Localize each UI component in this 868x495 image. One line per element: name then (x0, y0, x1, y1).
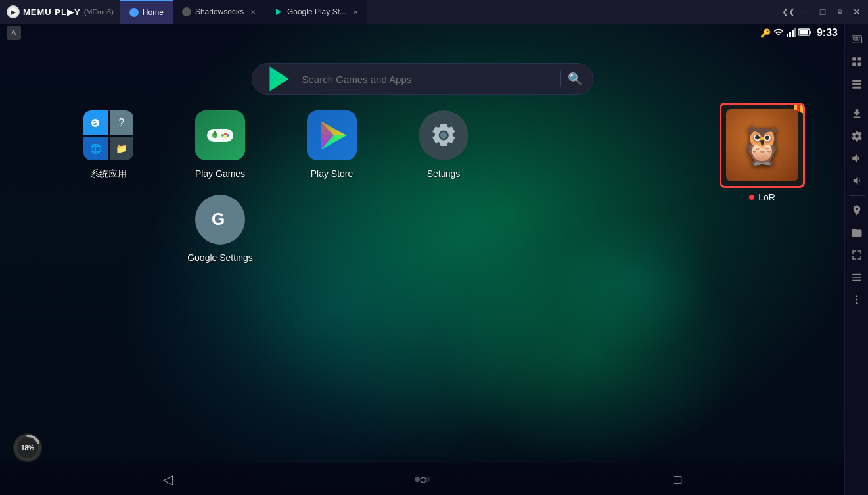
tab-shadowsocks-label: Shadowsocks (195, 7, 244, 16)
logo-badge: (MEmu6) (84, 8, 114, 16)
progress-circle: 18% (13, 433, 42, 462)
logo-area: ▶ MEMU PL▶Y (MEmu6) (0, 5, 120, 18)
sidebar-import-btn[interactable] (846, 103, 867, 124)
svg-rect-43 (857, 63, 861, 66)
sys-apps-icon-wrapper: G ? 🌐 📁 (82, 109, 135, 162)
search-magnifier-icon[interactable]: 🔍 (568, 72, 582, 86)
sys-q4: 📁 (110, 137, 134, 161)
svg-rect-6 (799, 30, 808, 34)
app-item-play-store[interactable]: Play Store (289, 109, 375, 180)
svg-rect-40 (852, 57, 856, 60)
maximize-btn[interactable]: □ (817, 6, 829, 18)
google-settings-label: Google Settings (187, 252, 253, 263)
sidebar-grid2-btn[interactable] (846, 74, 867, 95)
svg-rect-2 (789, 32, 791, 37)
sys-apps-icon: G ? 🌐 📁 (83, 110, 133, 160)
sidebar-sep-2 (849, 195, 865, 196)
svg-rect-44 (852, 80, 861, 82)
svg-rect-4 (794, 28, 796, 37)
logo-text: MEMU PL▶Y (23, 7, 81, 17)
svg-point-16 (227, 134, 229, 137)
svg-rect-31 (856, 37, 857, 39)
svg-point-51 (856, 299, 857, 301)
svg-rect-29 (853, 37, 854, 39)
svg-marker-8 (269, 66, 288, 91)
search-divider (560, 71, 561, 87)
lor-app-icon (726, 109, 798, 181)
svg-rect-42 (852, 63, 856, 66)
nav-recents-btn[interactable]: □ (674, 472, 681, 487)
status-icons: 🔑 9:33 (760, 27, 838, 39)
search-play-icon (263, 62, 296, 95)
app-item-google-settings[interactable]: G Google Settings (177, 193, 263, 263)
memu-logo-icon: ▶ (7, 5, 20, 18)
app-item-settings[interactable]: Settings (401, 109, 486, 180)
google-settings-icon: G (195, 195, 245, 245)
search-input[interactable] (302, 74, 554, 85)
key-icon: 🔑 (760, 28, 771, 38)
sidebar-resize-btn[interactable] (846, 245, 867, 266)
close-btn[interactable]: ✕ (851, 6, 863, 18)
tab-shadowsocks-icon (182, 7, 191, 16)
svg-rect-45 (852, 83, 861, 85)
svg-rect-3 (792, 30, 794, 37)
titlebar: ▶ MEMU PL▶Y (MEmu6) Home Shadowsocks ✕ G… (0, 0, 868, 24)
svg-rect-35 (854, 39, 856, 40)
sidebar-volume-down-btn[interactable] (846, 170, 867, 191)
app-item-play-games[interactable]: Play Games (177, 109, 263, 180)
settings-gear-svg (428, 120, 459, 151)
tab-playstore[interactable]: Google Play St... ✕ (265, 0, 367, 24)
sidebar-folder-btn[interactable] (846, 222, 867, 243)
progress-label: 18% (21, 444, 34, 452)
lor-app-item[interactable]: 🎁 LoR (720, 103, 805, 202)
minimize-btn[interactable]: ─ (800, 6, 811, 18)
lor-icon-box: 🎁 (720, 103, 805, 188)
settings-icon-wrapper (417, 109, 470, 162)
sys-apps-label: 系统应用 (90, 168, 127, 180)
svg-text:G: G (93, 120, 97, 126)
lor-label-text: LoR (758, 192, 775, 202)
app-item-sys-apps[interactable]: G ? 🌐 📁 系统应用 (66, 109, 151, 180)
svg-rect-36 (856, 39, 857, 40)
sys-q2: ? (110, 110, 134, 135)
tab-home[interactable]: Home (120, 0, 173, 24)
play-store-triangle-svg (315, 119, 348, 152)
sidebar-more-btn[interactable] (846, 289, 867, 310)
tab-playstore-close[interactable]: ✕ (353, 9, 358, 16)
svg-rect-39 (854, 41, 859, 42)
restore-btn[interactable]: ⧉ (834, 6, 846, 18)
svg-marker-0 (276, 9, 281, 16)
svg-rect-46 (852, 87, 861, 89)
app-grid: G ? 🌐 📁 系统应用 (66, 109, 818, 263)
google-g-svg: G (206, 205, 235, 234)
play-games-icon (195, 110, 245, 160)
sidebar-grid-btn[interactable] (846, 51, 867, 72)
gamepad-svg (204, 120, 236, 151)
signal-icon (787, 27, 796, 39)
google-settings-icon-wrapper: G (194, 193, 246, 246)
lor-label: LoR (749, 192, 775, 202)
nav-home-btn[interactable]: ○ (419, 472, 427, 487)
svg-rect-33 (859, 37, 860, 39)
tab-shadowsocks-close[interactable]: ✕ (250, 9, 256, 16)
svg-rect-47 (852, 274, 861, 275)
sidebar-location-btn[interactable] (846, 200, 867, 221)
play-store-icon (307, 110, 357, 160)
grid-placeholder (513, 109, 598, 180)
tab-playstore-label: Google Play St... (287, 7, 346, 16)
wifi-icon (773, 27, 784, 39)
menu-more-btn[interactable]: ❮❮ (783, 6, 794, 18)
sidebar-keyboard-btn[interactable] (846, 29, 867, 50)
search-container: 🔍 (252, 63, 593, 95)
sidebar-sep-1 (849, 99, 865, 99)
svg-rect-34 (853, 39, 854, 40)
tab-shadowsocks[interactable]: Shadowsocks ✕ (173, 0, 265, 24)
search-bar[interactable]: 🔍 (252, 63, 593, 95)
nav-back-btn[interactable]: ◁ (163, 471, 173, 487)
sidebar-gear-btn[interactable] (846, 126, 867, 147)
tab-home-label: Home (143, 8, 164, 17)
sidebar-list-btn[interactable] (846, 267, 867, 288)
sidebar-volume-up-btn[interactable] (846, 148, 867, 169)
svg-rect-49 (852, 280, 861, 281)
svg-point-50 (856, 295, 857, 297)
